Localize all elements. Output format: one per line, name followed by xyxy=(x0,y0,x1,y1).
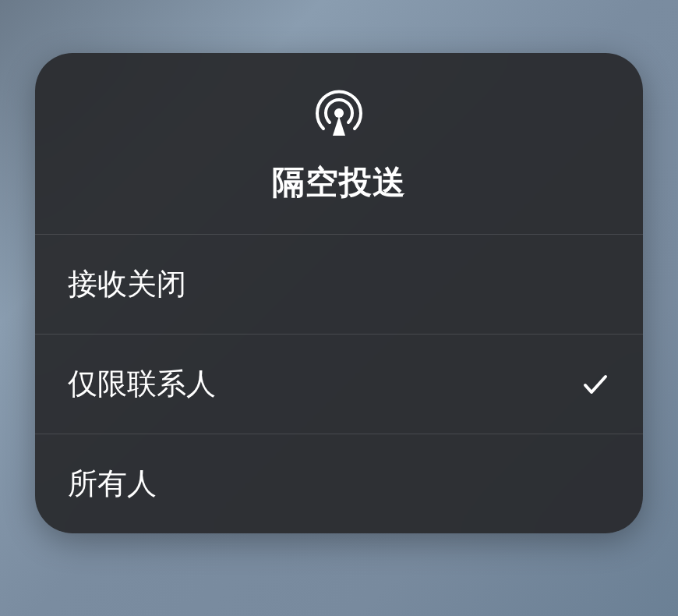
option-everyone[interactable]: 所有人 xyxy=(35,434,643,533)
option-list: 接收关闭 仅限联系人 所有人 xyxy=(35,235,643,533)
checkmark-icon xyxy=(581,370,610,399)
airdrop-settings-panel: 隔空投送 接收关闭 仅限联系人 所有人 xyxy=(35,53,643,533)
option-label: 仅限联系人 xyxy=(68,364,216,404)
option-label: 所有人 xyxy=(68,464,157,504)
airdrop-icon xyxy=(311,86,367,142)
panel-title: 隔空投送 xyxy=(272,161,406,204)
option-label: 接收关闭 xyxy=(68,264,186,304)
panel-header: 隔空投送 xyxy=(35,53,643,235)
option-receiving-off[interactable]: 接收关闭 xyxy=(35,235,643,335)
option-contacts-only[interactable]: 仅限联系人 xyxy=(35,335,643,434)
